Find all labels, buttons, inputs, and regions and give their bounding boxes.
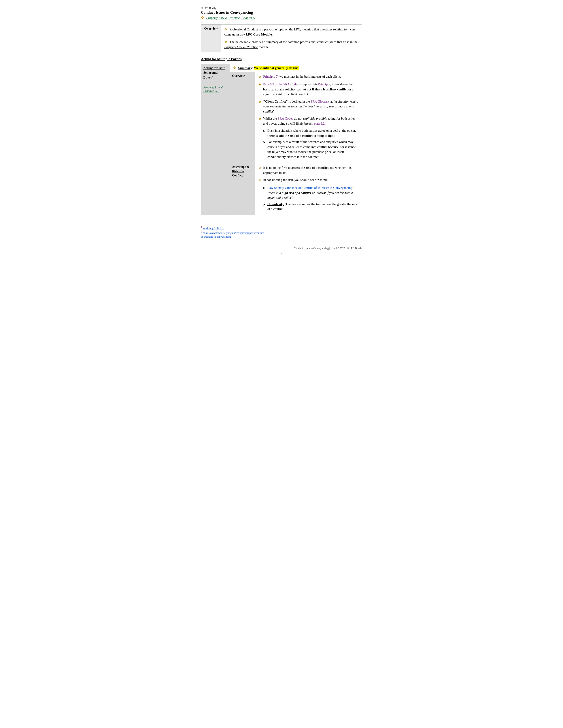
arrow-icon-1: ➤	[263, 129, 265, 134]
sup-2: 2	[352, 186, 354, 188]
assessing-bullet-2: ❖ In considering the risk, you should be…	[258, 177, 359, 183]
main-table: Acting for Both Seller and Buyer1 Proper…	[201, 64, 362, 215]
bullet-content-3: "Client Conflict" is defined in the SRA …	[263, 99, 359, 114]
assessing-title: Assessing the Risk of a Conflict	[232, 165, 249, 177]
law-society-link[interactable]: Law Society Guidance on Conflict of Inte…	[267, 186, 352, 190]
footnote-1: 1 Workshop 1, Task 1	[201, 226, 267, 230]
overview-bullet-1: ❖ Principle 7: we must act in the best i…	[258, 74, 359, 80]
arrow-icon-a2: ➤	[263, 202, 265, 207]
page-footer: Conduct Issues in Conveyancing | 1 | v 1…	[294, 247, 362, 250]
overview-content: ❖ Professional Conduct is a pervasive to…	[221, 24, 362, 52]
summary-label: Summary	[238, 66, 252, 70]
para62-link-2[interactable]: para 6.2	[314, 122, 325, 125]
principle7-link[interactable]: Principle 7	[263, 75, 277, 78]
section-heading: Acting for Multiple Parties	[201, 57, 362, 61]
client-conflict-label: "Client Conflict"	[263, 100, 288, 103]
diamond-icon-1: ❖	[224, 27, 227, 31]
assessing-bullet-1: ❖ It is up to the firm to assess the ris…	[258, 165, 359, 175]
overview-item-1: Professional Conduct is a pervasive topi…	[224, 28, 355, 36]
summary-colon: :	[252, 66, 254, 70]
bullet-content-2: Para 6.2 of the SRA Codes: supports this…	[263, 82, 359, 97]
chapter-ref-link[interactable]: Property Law & Practice, Chapter 5	[206, 16, 255, 20]
diamond-b1: ❖	[258, 74, 261, 80]
diamond-a1: ❖	[258, 165, 261, 171]
arrow-item-2: ➤ For example, as a result of the search…	[263, 139, 359, 159]
assess-risk-text: assess the risk of a conflict	[292, 166, 329, 169]
col-left-cell: Acting for Both Seller and Buyer1 Proper…	[201, 64, 230, 215]
footnote-section: 1 Workshop 1, Task 1 2 https://www.lawso…	[201, 224, 267, 239]
bullet-content-1: Principle 7: we must act in the best int…	[263, 74, 359, 79]
fn-sup-1: 1	[201, 226, 202, 228]
assessing-content-2: In considering the risk, you should bear…	[263, 177, 359, 182]
col-right-overview: ❖ Principle 7: we must act in the best i…	[255, 72, 362, 163]
col-mid-assessing: Assessing the Risk of a Conflict	[230, 163, 255, 215]
summary-text: We should not generally do this.	[254, 66, 299, 70]
diamond-b2: ❖	[258, 82, 261, 87]
arrow-item-1: ➤ Even in a situation where both parties…	[263, 128, 359, 138]
sra-codes-link[interactable]: SRA Codes	[278, 117, 293, 120]
diamond-icon-2: ❖	[224, 40, 227, 44]
diamond-summary: ❖	[233, 66, 236, 70]
footnote-1-link[interactable]: Workshop 1, Task 1	[203, 227, 224, 230]
sup-1: 1	[212, 75, 213, 78]
col-mid-overview: Overview	[230, 72, 255, 163]
cannot-act-text: cannot act if there is a client conflict	[297, 88, 348, 91]
main-title: Conduct Issues in Conveyancing	[201, 10, 362, 15]
arrow-icon-2: ➤	[263, 140, 265, 145]
sra-glossary-link[interactable]: SRA Glossary	[311, 100, 330, 103]
conflict-light-text: there is still the risk of a conflict co…	[267, 134, 336, 137]
left-title-acting: Acting for Both Seller and Buyer1	[203, 66, 225, 79]
overview-ref: Property Law & Practice	[224, 45, 258, 49]
assessing-arrow-1: ➤ Law Society Guidance on Conflict of In…	[263, 185, 359, 200]
footnote-2: 2 https://www.lawsociety.org.uk/en/topic…	[201, 231, 267, 239]
arrow-content-1: Even in a situation where both parties a…	[267, 128, 359, 138]
arrow-icon-a1: ➤	[263, 186, 265, 191]
diamond-b3: ❖	[258, 99, 261, 105]
assessing-arrow-content-1: Law Society Guidance on Conflict of Inte…	[267, 185, 359, 200]
assessing-arrow-content-2: Complexity: The more complex the transac…	[267, 202, 359, 212]
copyright-text: © LPC Buddy	[201, 7, 362, 10]
diamond-icon: ❖	[201, 16, 204, 20]
left-ref-link[interactable]: Property Law & Practice, 5.2	[203, 86, 227, 93]
para62-link[interactable]: Para 6.2 of the SRA Codes:	[263, 83, 300, 86]
principle-link[interactable]: Principle	[318, 83, 330, 86]
bullet-content-4: Whilst the SRA Codes do not explicitly p…	[263, 116, 359, 126]
col-right-assessing: ❖ It is up to the firm to assess the ris…	[255, 163, 362, 215]
summary-row: ❖ Summary: We should not generally do th…	[230, 64, 362, 72]
mid-title-overview: Overview	[232, 74, 245, 77]
overview-bullet-4: ❖ Whilst the SRA Codes do not explicitly…	[258, 116, 359, 126]
diamond-a2: ❖	[258, 178, 261, 183]
assessing-content-1: It is up to the firm to assess the risk …	[263, 165, 359, 175]
arrow-content-2: For example, as a result of the searches…	[267, 139, 359, 159]
overview-item-2: The below table provides a summary of th…	[224, 40, 358, 49]
high-risk-text: high risk of a conflict of interest	[282, 191, 326, 195]
overview-table: Overview ❖ Professional Conduct is a per…	[201, 24, 362, 52]
complexity-label: Complexity	[267, 202, 284, 206]
page-number: 9	[201, 252, 362, 255]
overview-bullet-3: ❖ "Client Conflict" is defined in the SR…	[258, 99, 359, 114]
bold-module: any LPC Core Module.	[240, 33, 273, 36]
overview-header: Overview	[201, 24, 221, 52]
diamond-b4: ❖	[258, 116, 261, 122]
assessing-arrow-2: ➤ Complexity: The more complex the trans…	[263, 202, 359, 212]
fn-sup-2: 2	[201, 231, 202, 233]
overview-bullet-2: ❖ Para 6.2 of the SRA Codes: supports th…	[258, 82, 359, 97]
footnote-2-link[interactable]: https://www.lawsociety.org.uk/en/topics/…	[201, 231, 265, 238]
